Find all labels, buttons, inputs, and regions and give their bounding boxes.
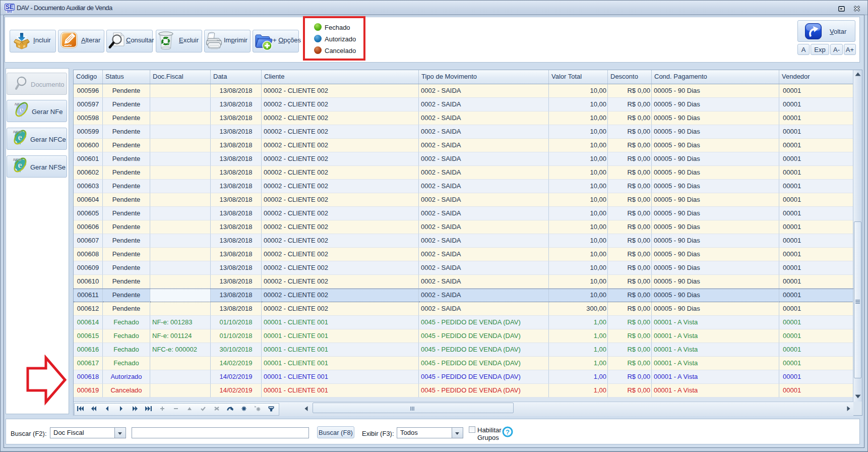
- svg-text:NFC: NFC: [13, 130, 22, 134]
- svg-text:NF: NF: [15, 102, 21, 106]
- svg-text:SE: SE: [6, 4, 14, 11]
- svg-text:BAS: BAS: [7, 11, 12, 13]
- svg-text:NFS: NFS: [13, 157, 22, 162]
- svg-text:?: ?: [506, 428, 510, 436]
- svg-text:e: e: [20, 104, 24, 115]
